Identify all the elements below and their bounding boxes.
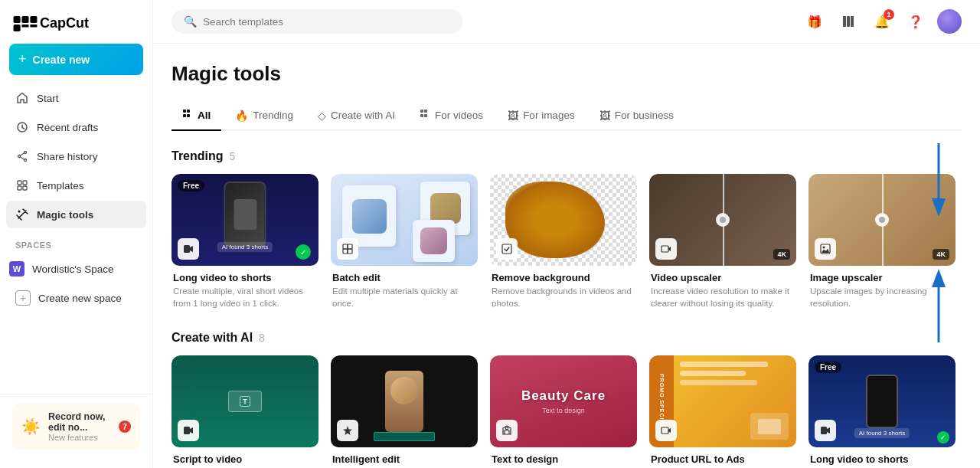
svg-rect-26 (420, 114, 423, 117)
library-icon[interactable] (836, 9, 861, 34)
sidebar-item-start[interactable]: Start (6, 84, 146, 112)
card-title: Text to design (492, 453, 635, 465)
svg-rect-30 (348, 244, 352, 249)
svg-rect-34 (662, 246, 668, 252)
sidebar-item-magic-tools[interactable]: Magic tools (6, 201, 146, 228)
card-long-video-to-shorts[interactable]: AI found 3 shorts ✓ Free Long video to s… (172, 174, 318, 309)
tab-trending[interactable]: 🔥 Trending (224, 101, 304, 131)
remove-bg-icon (496, 238, 518, 260)
svg-rect-17 (843, 16, 846, 27)
card-title: Product URL to Ads (651, 453, 795, 465)
tab-business-icon: 🖼 (599, 110, 610, 122)
batch-icon (337, 238, 358, 260)
svg-rect-29 (343, 244, 348, 249)
svg-point-8 (18, 155, 21, 158)
svg-point-7 (24, 152, 27, 154)
card-title: Remove background (492, 272, 635, 283)
sun-icon: ☀️ (21, 417, 41, 436)
magic-tools-icon (15, 208, 29, 221)
card-title: Script to video (173, 453, 317, 465)
card-intelligent-edit[interactable]: Intelligent edit Automatically create vi… (331, 355, 478, 468)
card-image-upscaler[interactable]: 4K Image upscaler Upscale images by incr… (808, 174, 956, 309)
svg-rect-40 (184, 427, 190, 434)
header: 🔍 🎁 🔔 1 ❓ (153, 0, 980, 44)
svg-rect-25 (424, 110, 427, 113)
card-thumb-remove-bg (490, 174, 637, 266)
svg-rect-32 (348, 249, 352, 254)
tab-for-business[interactable]: 🖼 For business (589, 101, 684, 131)
tab-all[interactable]: All (172, 101, 221, 131)
card-thumb-long-video-2: AI found 3 shorts ✓ Free (808, 355, 956, 447)
svg-rect-4 (30, 16, 37, 23)
create-new-button[interactable]: + Create new (9, 44, 143, 75)
video-icon (178, 238, 199, 260)
help-icon[interactable]: ❓ (903, 9, 928, 34)
card-thumb-batch (331, 174, 478, 266)
record-title: Record now, edit no... (48, 411, 111, 433)
create-with-ai-title: Create with AI (172, 331, 253, 345)
card-thumb-long-video: AI found 3 shorts ✓ Free (172, 174, 318, 266)
card-batch-edit[interactable]: Batch edit Edit multiple materials quick… (331, 174, 478, 309)
card-thumb-script: T (172, 355, 318, 447)
card-long-video-to-shorts-2[interactable]: AI found 3 shorts ✓ Free Long video to s… (808, 355, 956, 468)
gift-icon[interactable]: 🎁 (802, 9, 827, 34)
tab-for-images[interactable]: 🖼 For images (497, 101, 586, 131)
space-label: Wordistic's Space (32, 263, 114, 275)
app-logo[interactable]: CapCut (0, 9, 152, 44)
card-product-url-to-ads[interactable]: PROMO SPECIAL (649, 355, 796, 468)
sidebar-bottom: ☀️ Record now, edit no... New features 7 (0, 394, 152, 459)
spaces-section: Spaces (0, 228, 152, 254)
card-info: Product URL to Ads Generate video ads wi… (649, 447, 796, 468)
user-avatar[interactable] (937, 9, 962, 34)
video-icon-2 (815, 420, 836, 441)
tab-images-label: For images (523, 110, 575, 121)
trending-title: Trending (172, 149, 224, 163)
sidebar-item-templates[interactable]: Templates (6, 172, 146, 199)
card-text-to-design[interactable]: Beauty Care Text to design Text to desig… (490, 355, 637, 468)
tab-create-with-ai[interactable]: ◇ Create with AI (307, 101, 406, 131)
record-banner[interactable]: ☀️ Record now, edit no... New features 7 (12, 404, 140, 450)
sidebar-item-wordistic-space[interactable]: W Wordistic's Space (0, 254, 152, 283)
avatar-image (937, 9, 962, 34)
card-thumb-video-upscaler: 4K (649, 174, 796, 266)
svg-rect-24 (420, 110, 423, 113)
script-icon (178, 420, 199, 441)
svg-rect-20 (183, 110, 186, 113)
product-icon (655, 420, 677, 441)
spaces-label: Spaces (15, 241, 137, 250)
svg-rect-12 (18, 181, 21, 185)
sidebar-item-recent-drafts-label: Recent drafts (37, 122, 98, 133)
card-desc: Edit multiple materials quickly at once. (332, 285, 476, 309)
card-badge-free-2: Free (815, 362, 841, 373)
tab-images-icon: 🖼 (508, 110, 518, 122)
text-design-icon (496, 420, 518, 441)
sidebar-item-recent-drafts[interactable]: Recent drafts (6, 113, 146, 141)
card-info: Text to design Create your own design wi… (490, 447, 637, 468)
svg-rect-23 (187, 114, 190, 117)
create-new-space-button[interactable]: + Create new space (6, 283, 146, 313)
notification-icon[interactable]: 🔔 1 (870, 9, 894, 34)
header-actions: 🎁 🔔 1 ❓ (802, 9, 962, 34)
templates-icon (15, 178, 29, 192)
tabs: All 🔥 Trending ◇ Create with AI For vide… (172, 101, 962, 131)
trending-count: 5 (230, 150, 236, 162)
svg-rect-43 (821, 427, 827, 434)
sidebar-item-share-history[interactable]: Share history (6, 142, 146, 170)
app-name: CapCut (40, 15, 89, 31)
svg-rect-41 (506, 427, 508, 430)
svg-rect-33 (502, 244, 511, 254)
card-remove-background[interactable]: Remove background Remove backgrounds in … (490, 174, 637, 309)
card-desc: Upscale images by increasing resolution. (810, 285, 954, 309)
tab-for-videos[interactable]: For videos (409, 101, 494, 131)
card-title: Video upscaler (651, 272, 795, 283)
search-bar[interactable]: 🔍 (172, 9, 462, 34)
card-title: Intelligent edit (332, 453, 476, 465)
tab-business-label: For business (615, 110, 674, 121)
card-video-upscaler[interactable]: 4K Video upscaler Increase video resolut… (649, 174, 796, 309)
search-input[interactable] (203, 16, 450, 28)
card-info: Intelligent edit Automatically create vi… (331, 447, 478, 468)
tab-trending-icon: 🔥 (235, 110, 248, 122)
intelligent-icon (337, 420, 358, 441)
card-script-to-video[interactable]: T Script to video Generate scripts to cr… (172, 355, 318, 468)
card-info: Long video to shorts Create multiple, vi… (808, 447, 956, 468)
